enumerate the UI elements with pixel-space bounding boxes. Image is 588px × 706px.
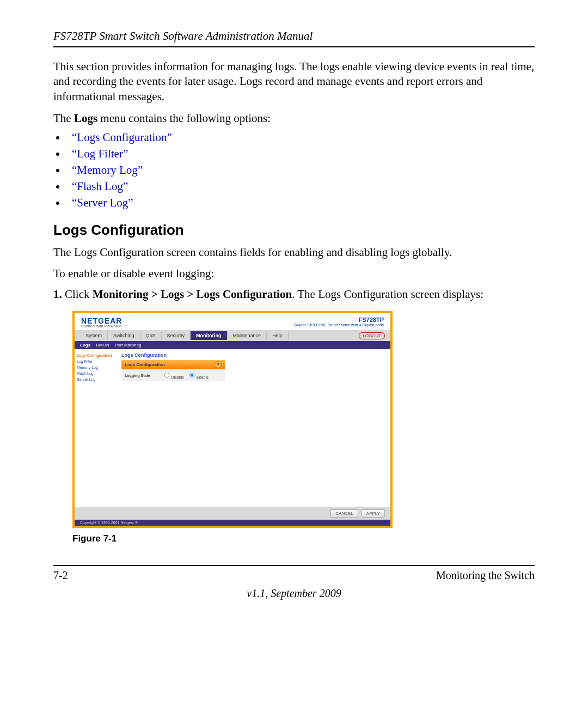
model-name: FS728TP	[293, 317, 384, 323]
menu-lead: The Logs menu contains the following opt…	[53, 112, 535, 125]
tab-security[interactable]: Security	[162, 331, 191, 340]
step-pre: Click	[62, 288, 93, 301]
tab-help[interactable]: Help	[267, 331, 289, 340]
tab-maintenance[interactable]: Maintenance	[228, 331, 267, 340]
step-1: 1. Click Monitoring > Logs > Logs Config…	[53, 288, 535, 301]
panel-header-text: Logs Configuration	[125, 362, 165, 367]
menu-lead-post: menu contains the following options:	[97, 112, 271, 125]
intro-text: This section provides information for ma…	[53, 59, 535, 104]
list-item: “Memory Log”	[66, 163, 535, 177]
logging-state-row: Logging State Disable Enable	[121, 369, 225, 381]
step-post: . The Logs Configuration screen displays…	[292, 288, 483, 301]
sidebar-item-log-filter[interactable]: Log Filter	[77, 358, 117, 364]
page-number: 7-2	[53, 569, 68, 582]
radio-disable[interactable]	[164, 373, 169, 378]
tab-system[interactable]: System	[80, 331, 108, 340]
tab-qos[interactable]: QoS	[140, 331, 162, 340]
link-log-filter[interactable]: “Log Filter”	[72, 147, 128, 160]
subtab-logs[interactable]: Logs	[80, 343, 90, 348]
model-block: FS728TP 24-port 10/100 PoE Smart Switch …	[293, 317, 384, 327]
version-text: v1.1, September 2009	[53, 587, 535, 600]
radio-enable-text: Enable	[197, 375, 209, 379]
shot-header: NETGEAR Connect with Innovation ™ FS728T…	[75, 313, 390, 330]
logging-state-label: Logging State	[125, 374, 150, 378]
sidebar-item-memory-log[interactable]: Memory Log	[77, 364, 117, 370]
apply-button[interactable]: APPLY	[362, 509, 385, 518]
page-footer: 7-2 Monitoring the Switch	[53, 569, 535, 582]
list-item: “Server Log”	[66, 196, 535, 210]
figure-caption: Figure 7-1	[72, 533, 535, 544]
config-panel: Logs Configuration ? Logging State Disab…	[121, 360, 225, 381]
body-text-1: The Logs Configuration screen contains f…	[53, 245, 535, 260]
brand-tagline: Connect with Innovation ™	[81, 324, 127, 328]
logout-button[interactable]: LOGOUT	[359, 332, 385, 339]
help-icon[interactable]: ?	[215, 361, 222, 368]
step-bold: Monitoring > Logs > Logs Configuration	[93, 288, 292, 301]
sidebar-item-server-log[interactable]: Server Log	[77, 376, 117, 382]
screenshot-figure: NETGEAR Connect with Innovation ™ FS728T…	[72, 311, 393, 528]
link-flash-log[interactable]: “Flash Log”	[72, 180, 128, 193]
list-item: “Flash Log”	[66, 180, 535, 193]
logging-state-radios: Disable Enable	[163, 372, 209, 379]
subtab-port-mirroring[interactable]: Port Mirroring	[115, 343, 141, 348]
top-rule	[53, 46, 535, 47]
main-tabs: System Switching QoS Security Monitoring…	[75, 330, 390, 341]
copyright-text: Copyright © 1996-2007 Netgear ®	[75, 520, 390, 526]
link-memory-log[interactable]: “Memory Log”	[72, 163, 143, 176]
cancel-button[interactable]: CANCEL	[330, 509, 358, 518]
section-heading: Logs Configuration	[53, 222, 535, 239]
list-item: “Log Filter”	[66, 147, 535, 161]
sidebar-item-flash-log[interactable]: Flash Log	[77, 370, 117, 376]
action-bar: CANCEL APPLY	[75, 507, 390, 520]
menu-lead-bold: Logs	[74, 112, 97, 125]
brand-block: NETGEAR Connect with Innovation ™	[81, 317, 127, 328]
model-desc: 24-port 10/100 PoE Smart Switch with 4 G…	[293, 323, 384, 327]
sub-tabs: Logs RMON Port Mirroring	[75, 341, 390, 349]
tab-monitoring[interactable]: Monitoring	[191, 331, 228, 340]
sidebar: Logs Configuration Log Filter Memory Log…	[75, 349, 117, 507]
panel-header: Logs Configuration ?	[121, 360, 225, 369]
bottom-rule	[53, 565, 535, 566]
body-text-2: To enable or disable event logging:	[53, 266, 535, 281]
shot-content: Logs Configuration Log Filter Memory Log…	[75, 349, 390, 507]
radio-disable-text: Disable	[171, 375, 184, 379]
main-panel-area: Logs Configuration Logs Configuration ? …	[117, 349, 390, 507]
radio-disable-label[interactable]: Disable	[163, 372, 184, 379]
doc-title: FS728TP Smart Switch Software Administra…	[53, 29, 535, 43]
step-number: 1.	[53, 288, 62, 301]
sidebar-item-logs-configuration[interactable]: Logs Configuration	[77, 352, 117, 358]
link-logs-configuration[interactable]: “Logs Configuration”	[72, 131, 172, 144]
menu-lead-pre: The	[53, 112, 74, 125]
list-item: “Logs Configuration”	[66, 131, 535, 144]
radio-enable[interactable]	[189, 373, 194, 378]
radio-enable-label[interactable]: Enable	[188, 372, 209, 379]
menu-links-list: “Logs Configuration” “Log Filter” “Memor…	[53, 131, 535, 210]
chapter-name: Monitoring the Switch	[436, 569, 535, 582]
tab-switching[interactable]: Switching	[108, 331, 140, 340]
panel-title: Logs Configuration	[121, 352, 386, 358]
link-server-log[interactable]: “Server Log”	[72, 196, 133, 209]
subtab-rmon[interactable]: RMON	[96, 343, 109, 348]
